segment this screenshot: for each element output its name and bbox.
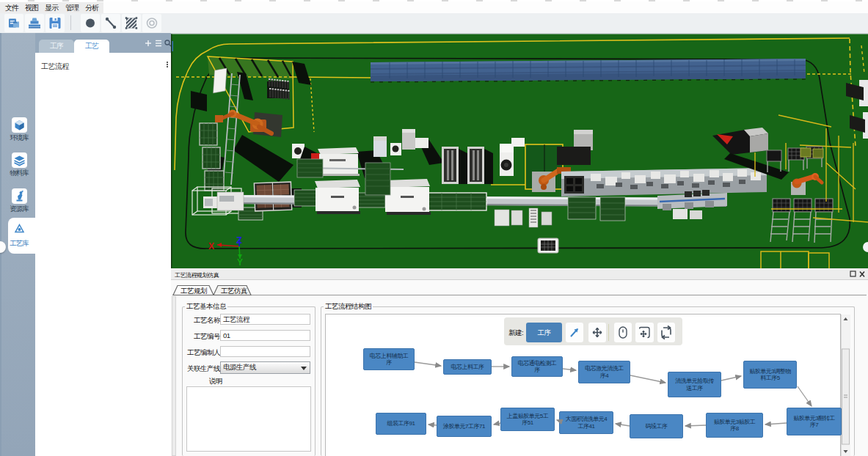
svg-text:Y: Y bbox=[237, 257, 243, 268]
svg-text:X: X bbox=[208, 241, 214, 251]
svg-text:Z: Z bbox=[236, 235, 242, 246]
